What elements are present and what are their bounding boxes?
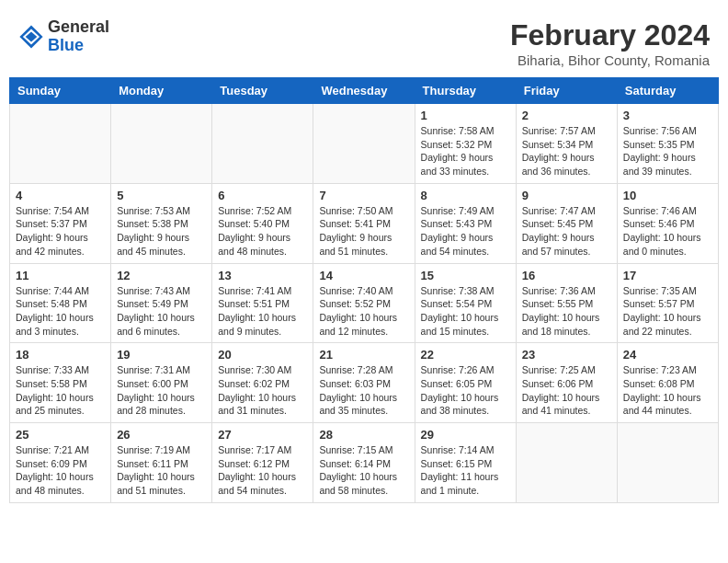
day-info: Sunrise: 7:49 AM Sunset: 5:43 PM Dayligh…: [421, 204, 510, 259]
day-number: 23: [522, 348, 611, 362]
calendar-cell: 12Sunrise: 7:43 AM Sunset: 5:49 PM Dayli…: [111, 263, 212, 343]
calendar-cell: 26Sunrise: 7:19 AM Sunset: 6:11 PM Dayli…: [111, 423, 212, 503]
day-number: 28: [319, 428, 408, 442]
calendar-week-4: 18Sunrise: 7:33 AM Sunset: 5:58 PM Dayli…: [10, 343, 719, 423]
logo-general-text: General: [48, 17, 109, 36]
day-number: 13: [218, 269, 307, 282]
calendar-week-1: 1Sunrise: 7:58 AM Sunset: 5:32 PM Daylig…: [10, 104, 719, 184]
calendar-cell: 25Sunrise: 7:21 AM Sunset: 6:09 PM Dayli…: [10, 423, 111, 503]
col-header-friday: Friday: [516, 78, 617, 104]
calendar-table: SundayMondayTuesdayWednesdayThursdayFrid…: [9, 77, 719, 503]
day-info: Sunrise: 7:43 AM Sunset: 5:49 PM Dayligh…: [117, 284, 206, 339]
day-info: Sunrise: 7:30 AM Sunset: 6:02 PM Dayligh…: [218, 363, 307, 418]
day-number: 12: [117, 269, 206, 282]
calendar-cell: [617, 423, 718, 503]
calendar-cell: 10Sunrise: 7:46 AM Sunset: 5:46 PM Dayli…: [617, 183, 718, 263]
calendar-cell: 19Sunrise: 7:31 AM Sunset: 6:00 PM Dayli…: [111, 343, 212, 423]
calendar-cell: 29Sunrise: 7:14 AM Sunset: 6:15 PM Dayli…: [415, 423, 516, 503]
day-info: Sunrise: 7:53 AM Sunset: 5:38 PM Dayligh…: [117, 204, 206, 259]
day-number: 19: [117, 348, 206, 362]
calendar-cell: [516, 423, 617, 503]
calendar-cell: 22Sunrise: 7:26 AM Sunset: 6:05 PM Dayli…: [415, 343, 516, 423]
calendar-cell: 15Sunrise: 7:38 AM Sunset: 5:54 PM Dayli…: [415, 263, 516, 343]
calendar-cell: 2Sunrise: 7:57 AM Sunset: 5:34 PM Daylig…: [516, 104, 617, 184]
day-number: 29: [421, 428, 510, 442]
title-section: February 2024 Biharia, Bihor County, Rom…: [510, 18, 710, 68]
day-number: 24: [623, 348, 712, 362]
day-number: 27: [218, 428, 307, 442]
day-info: Sunrise: 7:23 AM Sunset: 6:08 PM Dayligh…: [623, 363, 712, 418]
day-info: Sunrise: 7:40 AM Sunset: 5:52 PM Dayligh…: [319, 284, 408, 339]
col-header-tuesday: Tuesday: [212, 78, 313, 104]
day-number: 8: [421, 189, 510, 202]
day-number: 5: [117, 189, 206, 202]
logo: General Blue: [18, 18, 109, 55]
day-info: Sunrise: 7:25 AM Sunset: 6:06 PM Dayligh…: [522, 363, 611, 418]
day-number: 1: [421, 109, 510, 122]
day-info: Sunrise: 7:38 AM Sunset: 5:54 PM Dayligh…: [421, 284, 510, 339]
calendar-cell: 5Sunrise: 7:53 AM Sunset: 5:38 PM Daylig…: [111, 183, 212, 263]
calendar-cell: 27Sunrise: 7:17 AM Sunset: 6:12 PM Dayli…: [212, 423, 313, 503]
day-info: Sunrise: 7:31 AM Sunset: 6:00 PM Dayligh…: [117, 363, 206, 418]
day-info: Sunrise: 7:36 AM Sunset: 5:55 PM Dayligh…: [522, 284, 611, 339]
page-header: General Blue February 2024 Biharia, Biho…: [9, 9, 719, 73]
col-header-sunday: Sunday: [10, 78, 111, 104]
calendar-cell: 18Sunrise: 7:33 AM Sunset: 5:58 PM Dayli…: [10, 343, 111, 423]
calendar-cell: 17Sunrise: 7:35 AM Sunset: 5:57 PM Dayli…: [617, 263, 718, 343]
day-info: Sunrise: 7:52 AM Sunset: 5:40 PM Dayligh…: [218, 204, 307, 259]
day-number: 20: [218, 348, 307, 362]
day-info: Sunrise: 7:47 AM Sunset: 5:45 PM Dayligh…: [522, 204, 611, 259]
day-info: Sunrise: 7:14 AM Sunset: 6:15 PM Dayligh…: [421, 443, 510, 498]
day-info: Sunrise: 7:54 AM Sunset: 5:37 PM Dayligh…: [16, 204, 105, 259]
day-number: 4: [16, 189, 105, 202]
calendar-cell: 7Sunrise: 7:50 AM Sunset: 5:41 PM Daylig…: [313, 183, 415, 263]
day-info: Sunrise: 7:15 AM Sunset: 6:14 PM Dayligh…: [319, 443, 408, 498]
calendar-cell: 24Sunrise: 7:23 AM Sunset: 6:08 PM Dayli…: [617, 343, 718, 423]
calendar-week-2: 4Sunrise: 7:54 AM Sunset: 5:37 PM Daylig…: [10, 183, 719, 263]
calendar-cell: [10, 104, 111, 184]
day-number: 17: [623, 269, 712, 282]
day-info: Sunrise: 7:35 AM Sunset: 5:57 PM Dayligh…: [623, 284, 712, 339]
day-info: Sunrise: 7:46 AM Sunset: 5:46 PM Dayligh…: [623, 204, 712, 259]
day-number: 25: [16, 428, 105, 442]
day-number: 10: [623, 189, 712, 202]
day-number: 21: [319, 348, 408, 362]
day-number: 9: [522, 189, 611, 202]
day-info: Sunrise: 7:41 AM Sunset: 5:51 PM Dayligh…: [218, 284, 307, 339]
day-info: Sunrise: 7:19 AM Sunset: 6:11 PM Dayligh…: [117, 443, 206, 498]
calendar-cell: 20Sunrise: 7:30 AM Sunset: 6:02 PM Dayli…: [212, 343, 313, 423]
col-header-thursday: Thursday: [415, 78, 516, 104]
day-info: Sunrise: 7:26 AM Sunset: 6:05 PM Dayligh…: [421, 363, 510, 418]
day-number: 22: [421, 348, 510, 362]
calendar-cell: 6Sunrise: 7:52 AM Sunset: 5:40 PM Daylig…: [212, 183, 313, 263]
calendar-cell: 13Sunrise: 7:41 AM Sunset: 5:51 PM Dayli…: [212, 263, 313, 343]
calendar-week-5: 25Sunrise: 7:21 AM Sunset: 6:09 PM Dayli…: [10, 423, 719, 503]
calendar-week-3: 11Sunrise: 7:44 AM Sunset: 5:48 PM Dayli…: [10, 263, 719, 343]
day-number: 18: [16, 348, 105, 362]
day-info: Sunrise: 7:28 AM Sunset: 6:03 PM Dayligh…: [319, 363, 408, 418]
calendar-cell: 14Sunrise: 7:40 AM Sunset: 5:52 PM Dayli…: [313, 263, 415, 343]
day-number: 11: [16, 269, 105, 282]
day-info: Sunrise: 7:33 AM Sunset: 5:58 PM Dayligh…: [16, 363, 105, 418]
logo-blue-text: Blue: [48, 36, 84, 54]
location-text: Biharia, Bihor County, Romania: [510, 52, 710, 68]
calendar-cell: 9Sunrise: 7:47 AM Sunset: 5:45 PM Daylig…: [516, 183, 617, 263]
day-info: Sunrise: 7:57 AM Sunset: 5:34 PM Dayligh…: [522, 124, 611, 178]
day-info: Sunrise: 7:58 AM Sunset: 5:32 PM Dayligh…: [421, 124, 510, 178]
calendar-cell: 1Sunrise: 7:58 AM Sunset: 5:32 PM Daylig…: [415, 104, 516, 184]
month-title: February 2024: [510, 18, 710, 52]
col-header-saturday: Saturday: [617, 78, 718, 104]
calendar-cell: 23Sunrise: 7:25 AM Sunset: 6:06 PM Dayli…: [516, 343, 617, 423]
calendar-cell: 21Sunrise: 7:28 AM Sunset: 6:03 PM Dayli…: [313, 343, 415, 423]
day-info: Sunrise: 7:50 AM Sunset: 5:41 PM Dayligh…: [319, 204, 408, 259]
day-number: 16: [522, 269, 611, 282]
logo-icon: [18, 24, 44, 50]
calendar-cell: 3Sunrise: 7:56 AM Sunset: 5:35 PM Daylig…: [617, 104, 718, 184]
day-number: 15: [421, 269, 510, 282]
calendar-cell: 28Sunrise: 7:15 AM Sunset: 6:14 PM Dayli…: [313, 423, 415, 503]
calendar-cell: 16Sunrise: 7:36 AM Sunset: 5:55 PM Dayli…: [516, 263, 617, 343]
day-number: 7: [319, 189, 408, 202]
calendar-cell: [313, 104, 415, 184]
day-number: 14: [319, 269, 408, 282]
calendar-cell: 11Sunrise: 7:44 AM Sunset: 5:48 PM Dayli…: [10, 263, 111, 343]
